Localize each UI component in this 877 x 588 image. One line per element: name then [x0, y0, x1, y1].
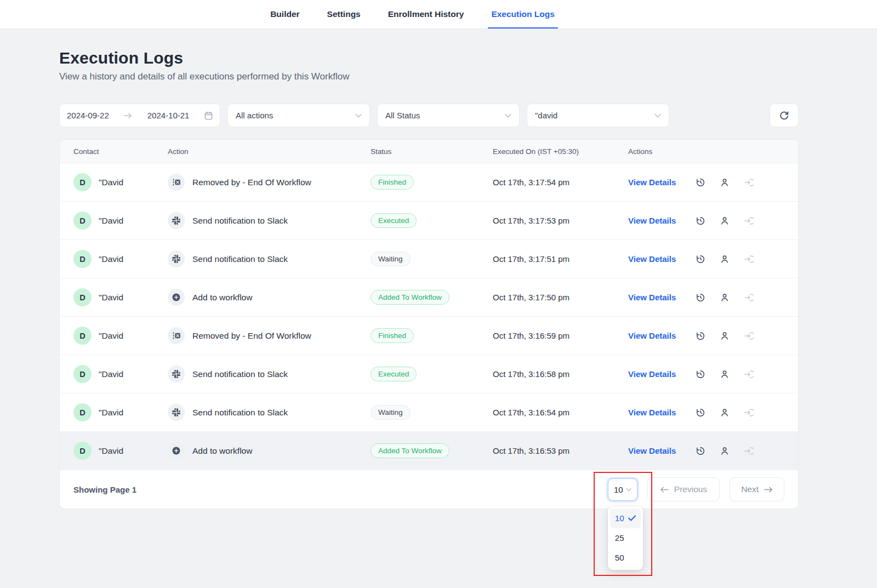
tab-execution-logs[interactable]: Execution Logs [490, 0, 555, 28]
view-details-link[interactable]: View Details [628, 216, 676, 225]
person-icon[interactable] [720, 178, 730, 187]
page-size-wrap: 10 10 25 [608, 478, 637, 501]
next-page-button[interactable]: Next [730, 477, 784, 501]
executed-on: Oct 17th, 3:17:51 pm [493, 254, 628, 264]
table-row: D "David Removed by - End Of Workflow Fi… [60, 163, 798, 202]
contact-name: "David [99, 293, 123, 302]
history-clock-icon[interactable] [696, 408, 705, 418]
view-details-link[interactable]: View Details [628, 293, 676, 302]
person-icon[interactable] [720, 369, 730, 379]
showing-page-label: Showing Page 1 [73, 485, 136, 494]
person-icon[interactable] [720, 446, 730, 456]
row-actions-cell: View Details [628, 408, 784, 418]
date-to[interactable]: 2024-10-21 [147, 111, 190, 120]
enter-workflow-icon[interactable] [744, 178, 754, 187]
tab-settings[interactable]: Settings [326, 0, 362, 28]
history-clock-icon[interactable] [696, 178, 705, 187]
action-cell: Send notification to Slack [168, 212, 371, 229]
tab-builder[interactable]: Builder [269, 0, 300, 28]
person-icon[interactable] [720, 254, 730, 264]
table-body: D "David Removed by - End Of Workflow Fi… [60, 163, 798, 470]
history-clock-icon[interactable] [696, 446, 705, 456]
table-header: Contact Action Status Executed On (IST +… [60, 140, 798, 163]
action-label: Removed by - End Of Workflow [192, 178, 311, 187]
status-filter-select[interactable]: All Status [377, 104, 520, 127]
history-clock-icon[interactable] [696, 369, 705, 379]
row-actions-cell: View Details [628, 446, 784, 456]
person-icon[interactable] [720, 331, 730, 341]
filter-bar: 2024-09-22 2024-10-21 All actions All St… [59, 104, 799, 127]
action-label: Send notification to Slack [192, 408, 288, 418]
executed-on: Oct 17th, 3:17:53 pm [493, 216, 628, 225]
contact-name: "David [99, 216, 123, 226]
table-row: D "David Send notification to Slack Exec… [60, 355, 798, 393]
action-cell: Removed by - End Of Workflow [168, 327, 371, 344]
removed-icon [168, 327, 185, 344]
history-clock-icon[interactable] [696, 216, 705, 226]
date-from[interactable]: 2024-09-22 [67, 111, 109, 120]
previous-page-button[interactable]: Previous [647, 477, 720, 501]
enter-workflow-icon[interactable] [744, 293, 754, 302]
next-label: Next [741, 484, 759, 494]
page-size-value: 10 [614, 485, 623, 494]
enter-workflow-icon[interactable] [744, 408, 754, 418]
tab-enrollment-history[interactable]: Enrollment History [387, 0, 465, 28]
actions-filter-select[interactable]: All actions [227, 104, 370, 127]
refresh-button[interactable] [770, 104, 799, 127]
add-icon [168, 442, 185, 459]
page-size-option-25[interactable]: 25 [610, 528, 641, 548]
view-details-link[interactable]: View Details [628, 408, 676, 417]
status-cell: Added To Workflow [371, 290, 493, 305]
avatar: D [73, 327, 92, 345]
chevron-down-icon [626, 488, 631, 492]
history-clock-icon[interactable] [696, 293, 705, 302]
option-label: 50 [615, 553, 624, 562]
page-size-option-50[interactable]: 50 [610, 548, 641, 568]
action-cell: Add to workflow [168, 289, 371, 306]
date-range-picker[interactable]: 2024-09-22 2024-10-21 [59, 104, 220, 127]
top-navigation: Builder Settings Enrollment History Exec… [0, 0, 877, 29]
slack-icon [172, 216, 180, 225]
removed-icon [172, 178, 181, 187]
view-details-link[interactable]: View Details [628, 178, 676, 187]
view-details-link[interactable]: View Details [628, 446, 676, 455]
avatar: D [73, 250, 92, 268]
avatar: D [73, 288, 92, 306]
history-clock-icon[interactable] [696, 254, 705, 264]
avatar: D [73, 403, 92, 421]
contact-cell: D "David [73, 442, 168, 460]
calendar-icon[interactable] [204, 111, 213, 120]
page-size-select[interactable]: 10 [608, 478, 637, 501]
slack-icon [168, 250, 185, 267]
previous-label: Previous [674, 484, 707, 494]
enter-workflow-icon[interactable] [744, 216, 754, 226]
person-icon[interactable] [720, 216, 730, 226]
enter-workflow-icon[interactable] [744, 254, 754, 264]
arrow-right-icon [124, 112, 132, 119]
executed-on: Oct 17th, 3:16:59 pm [493, 331, 628, 340]
row-actions-cell: View Details [628, 216, 784, 226]
page-size-option-10[interactable]: 10 [610, 509, 641, 528]
table-row: D "David Add to workflow Added To Workfl… [60, 278, 798, 317]
view-details-link[interactable]: View Details [628, 331, 676, 340]
person-icon[interactable] [720, 293, 730, 302]
executed-on: Oct 17th, 3:16:53 pm [493, 446, 628, 455]
contact-cell: D "David [73, 212, 168, 230]
enter-workflow-icon[interactable] [744, 331, 754, 341]
enter-workflow-icon[interactable] [744, 369, 754, 379]
table-row: D "David Add to workflow Added To Workfl… [60, 432, 798, 470]
contact-filter-select[interactable]: "david [527, 104, 669, 127]
contact-cell: D "David [73, 365, 168, 383]
view-details-link[interactable]: View Details [628, 369, 676, 379]
slack-icon [172, 408, 180, 416]
person-icon[interactable] [720, 408, 730, 418]
chevron-down-icon [654, 113, 661, 118]
action-cell: Removed by - End Of Workflow [168, 174, 371, 191]
enter-workflow-icon[interactable] [744, 446, 754, 456]
removed-icon [168, 174, 185, 191]
row-actions-cell: View Details [628, 293, 784, 302]
history-clock-icon[interactable] [696, 331, 705, 341]
view-details-link[interactable]: View Details [628, 254, 676, 264]
status-cell: Waiting [371, 252, 493, 266]
slack-icon [172, 370, 180, 378]
